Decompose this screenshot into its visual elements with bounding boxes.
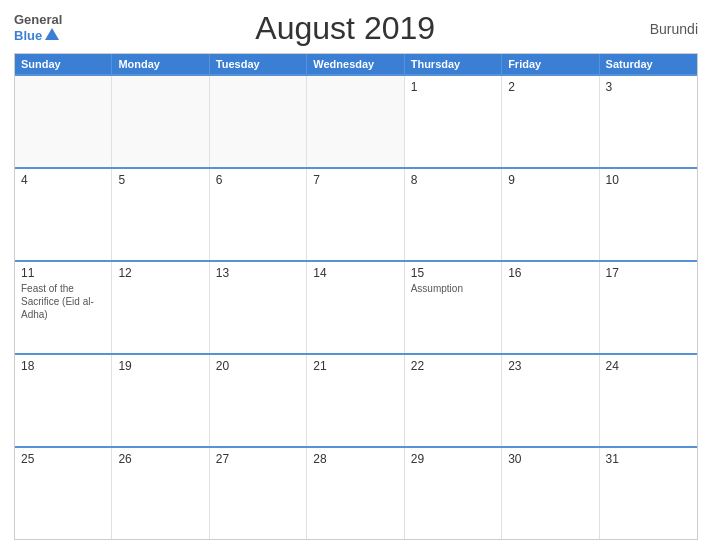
- cal-cell-5-1: 25: [15, 448, 112, 539]
- cal-cell-5-7: 31: [600, 448, 697, 539]
- cal-event: Assumption: [411, 283, 463, 294]
- day-number: 26: [118, 452, 202, 466]
- cal-cell-1-3: [210, 76, 307, 167]
- cal-cell-3-5: 15Assumption: [405, 262, 502, 353]
- cal-cell-5-2: 26: [112, 448, 209, 539]
- cal-cell-4-4: 21: [307, 355, 404, 446]
- cal-cell-3-4: 14: [307, 262, 404, 353]
- cal-cell-1-4: [307, 76, 404, 167]
- cal-cell-1-1: [15, 76, 112, 167]
- day-number: 20: [216, 359, 300, 373]
- day-number: 31: [606, 452, 691, 466]
- day-number: 12: [118, 266, 202, 280]
- cal-header-thursday: Thursday: [405, 54, 502, 74]
- cal-cell-5-4: 28: [307, 448, 404, 539]
- day-number: 7: [313, 173, 397, 187]
- day-number: 6: [216, 173, 300, 187]
- cal-cell-1-7: 3: [600, 76, 697, 167]
- logo-blue-text: Blue: [14, 29, 42, 42]
- day-number: 21: [313, 359, 397, 373]
- day-number: 16: [508, 266, 592, 280]
- day-number: 29: [411, 452, 495, 466]
- cal-cell-4-2: 19: [112, 355, 209, 446]
- cal-header-tuesday: Tuesday: [210, 54, 307, 74]
- day-number: 9: [508, 173, 592, 187]
- day-number: 13: [216, 266, 300, 280]
- cal-header-wednesday: Wednesday: [307, 54, 404, 74]
- cal-cell-2-7: 10: [600, 169, 697, 260]
- day-number: 18: [21, 359, 105, 373]
- cal-cell-1-5: 1: [405, 76, 502, 167]
- day-number: 11: [21, 266, 105, 280]
- cal-header-sunday: Sunday: [15, 54, 112, 74]
- cal-week-5: 25262728293031: [15, 446, 697, 539]
- day-number: 2: [508, 80, 592, 94]
- cal-cell-2-6: 9: [502, 169, 599, 260]
- logo-general-text: General: [14, 13, 62, 26]
- day-number: 27: [216, 452, 300, 466]
- cal-cell-4-6: 23: [502, 355, 599, 446]
- day-number: 25: [21, 452, 105, 466]
- cal-cell-2-2: 5: [112, 169, 209, 260]
- cal-cell-4-5: 22: [405, 355, 502, 446]
- cal-cell-5-5: 29: [405, 448, 502, 539]
- cal-cell-4-3: 20: [210, 355, 307, 446]
- cal-cell-3-2: 12: [112, 262, 209, 353]
- calendar: SundayMondayTuesdayWednesdayThursdayFrid…: [14, 53, 698, 540]
- cal-header-monday: Monday: [112, 54, 209, 74]
- cal-cell-1-6: 2: [502, 76, 599, 167]
- day-number: 19: [118, 359, 202, 373]
- cal-week-4: 18192021222324: [15, 353, 697, 446]
- cal-cell-3-3: 13: [210, 262, 307, 353]
- day-number: 4: [21, 173, 105, 187]
- cal-week-3: 11Feast of the Sacrifice (Eid al-Adha)12…: [15, 260, 697, 353]
- logo: General Blue: [14, 13, 62, 44]
- cal-header-friday: Friday: [502, 54, 599, 74]
- calendar-header-row: SundayMondayTuesdayWednesdayThursdayFrid…: [15, 54, 697, 74]
- day-number: 5: [118, 173, 202, 187]
- day-number: 30: [508, 452, 592, 466]
- day-number: 22: [411, 359, 495, 373]
- cal-cell-2-4: 7: [307, 169, 404, 260]
- page: General Blue August 2019 Burundi SundayM…: [0, 0, 712, 550]
- cal-cell-3-7: 17: [600, 262, 697, 353]
- day-number: 28: [313, 452, 397, 466]
- cal-week-2: 45678910: [15, 167, 697, 260]
- day-number: 24: [606, 359, 691, 373]
- cal-cell-3-6: 16: [502, 262, 599, 353]
- cal-cell-5-3: 27: [210, 448, 307, 539]
- cal-cell-3-1: 11Feast of the Sacrifice (Eid al-Adha): [15, 262, 112, 353]
- day-number: 3: [606, 80, 691, 94]
- day-number: 1: [411, 80, 495, 94]
- cal-cell-5-6: 30: [502, 448, 599, 539]
- day-number: 14: [313, 266, 397, 280]
- cal-cell-2-5: 8: [405, 169, 502, 260]
- cal-cell-4-7: 24: [600, 355, 697, 446]
- cal-cell-4-1: 18: [15, 355, 112, 446]
- svg-marker-0: [45, 28, 59, 40]
- cal-week-1: 123: [15, 74, 697, 167]
- month-title: August 2019: [62, 10, 628, 47]
- cal-event: Feast of the Sacrifice (Eid al-Adha): [21, 283, 94, 320]
- day-number: 10: [606, 173, 691, 187]
- day-number: 8: [411, 173, 495, 187]
- cal-cell-2-3: 6: [210, 169, 307, 260]
- day-number: 15: [411, 266, 495, 280]
- calendar-body: 1234567891011Feast of the Sacrifice (Eid…: [15, 74, 697, 539]
- logo-icon: [43, 26, 61, 44]
- day-number: 17: [606, 266, 691, 280]
- country-label: Burundi: [628, 21, 698, 37]
- cal-header-saturday: Saturday: [600, 54, 697, 74]
- cal-cell-2-1: 4: [15, 169, 112, 260]
- cal-cell-1-2: [112, 76, 209, 167]
- header: General Blue August 2019 Burundi: [14, 10, 698, 47]
- day-number: 23: [508, 359, 592, 373]
